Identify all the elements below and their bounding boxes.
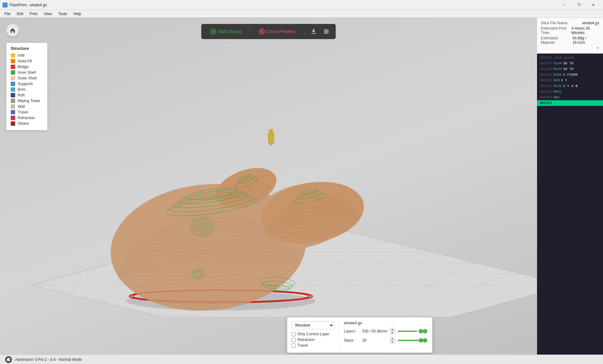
layers-stepper[interactable]: ▲ ▼ [390,328,395,334]
steps-up-button[interactable]: ▲ [390,337,395,340]
slice-file-name-value: whale4.gx [582,21,599,25]
gcode-line-5: 382350 G28 X Y [537,78,603,83]
settings-button[interactable] [321,26,332,37]
menu-edit[interactable]: Edit [14,11,27,17]
menu-view[interactable]: View [41,11,55,17]
infill-color [11,53,15,58]
steps-stepper[interactable]: ▲ ▼ [390,337,395,344]
viewport[interactable]: Start Slicing Close Preview [0,18,537,364]
print-time-label: Estimated Print Time: [541,26,571,35]
only-current-layer-label: Only Current Layer [298,332,329,336]
travel-checkbox-row: Travel [292,343,334,348]
restore-button[interactable]: ❐ [571,0,586,10]
legend-item-wiping-tower: Wiping Tower [11,99,43,103]
app-icon [3,3,8,8]
steps-label: Steps : [344,338,360,343]
home-button[interactable] [6,24,19,37]
layers-control-row: Layers : 330 / 65.96mm ▲ ▼ [344,328,427,334]
slice-info: Slice File Name: whale4.gx Estimated Pri… [537,18,603,54]
main-area: Start Slicing Close Preview [0,18,603,364]
gcode-line-7: 382352 M652 [537,89,603,95]
legend-item-solid-fill: Solid Fill [11,59,43,63]
window-controls: ─ ❐ ✕ [557,0,600,10]
filename-display: whale4.gx [344,321,427,325]
titlebar: FlashPrint - whale4.gx ─ ❐ ✕ [0,0,603,10]
printer-avatar [5,356,12,363]
travel-checkbox[interactable] [292,344,296,348]
steps-slider-thumb[interactable] [419,338,423,343]
gcode-line-2: 382347 M104 S0 T0 [537,61,603,66]
legend-item-travel: Travel [11,110,43,114]
svg-point-10 [327,31,328,32]
layers-down-button[interactable]: ▼ [390,331,395,334]
retraction-color [11,116,15,120]
minimize-button[interactable]: ─ [557,0,571,10]
menu-tools[interactable]: Tools [55,11,70,17]
bottom-control-panel: Structure Feature Speed Fan Speed Temper… [287,317,432,353]
layers-up-button[interactable]: ▲ [390,328,395,331]
svg-marker-1 [212,30,214,33]
bridge-color [11,65,15,69]
start-slicing-button[interactable]: Start Slicing [205,26,246,37]
slice-file-name-row: Slice File Name: whale4.gx [541,21,599,25]
printer-mode-label: Adventurer 3 Pro 2 - 0.4 - Normal Mode [15,357,82,362]
legend-panel: Structure Infill Solid Fill Bridge Inner… [6,43,47,130]
legend-item-retraction: Retraction [11,116,43,120]
retraction-checkbox[interactable] [292,338,296,342]
retraction-checkbox-row: Retraction [292,338,334,342]
structure-dropdown[interactable]: Structure Feature Speed Fan Speed Temper… [292,321,334,329]
steps-value: 29 [362,338,387,343]
layers-value: 330 / 65.96mm [362,329,387,333]
brim-color [11,87,15,92]
gcode-panel[interactable]: 382346 ;end gcode 382347 M104 S0 T0 3823… [537,54,603,356]
svg-rect-102 [270,143,272,145]
info-chevron-icon[interactable]: ▼ [596,46,599,50]
close-preview-button[interactable]: Close Preview [254,26,300,37]
gcode-line-4: 382349 G162 Z F1800 [537,72,603,78]
material-label: Estimated Material: [541,36,572,45]
travel-color [11,110,15,114]
whale-model [57,115,388,317]
legend-item-inner-shell: Inner Shell [11,70,43,75]
layers-slider-thumb[interactable] [419,329,423,333]
others-color [11,121,15,126]
travel-label: Travel [298,343,308,348]
legend-item-brim: Brim [11,87,43,92]
bottom-right-panel: whale4.gx Layers : 330 / 65.96mm ▲ ▼ Ste… [339,317,432,353]
window-title: FlashPrint - whale4.gx [9,3,557,7]
menu-file[interactable]: File [1,11,14,17]
supports-color [11,82,15,86]
estimated-print-time-row: Estimated Print Time: 4 Hours 26 Minutes [541,26,599,35]
steps-control-row: Steps : 29 ▲ ▼ [344,337,427,344]
download-button[interactable] [308,26,319,37]
layers-slider[interactable] [398,331,421,332]
layers-end-marker [423,329,427,333]
legend-item-bridge: Bridge [11,65,43,69]
svg-point-11 [325,32,326,34]
legend-item-infill: Infill [11,53,43,58]
gcode-line-6: 382351 M132 X Y A B [537,83,603,89]
toolbar-divider [250,27,250,36]
gcode-line-1: 382346 ;end gcode [537,55,603,61]
menu-print[interactable]: Print [27,11,41,17]
print-time-value: 4 Hours 26 Minutes [571,26,599,35]
estimated-material-row: Estimated Material: 54.89g / 18.41m [541,36,599,45]
menu-help[interactable]: Help [70,11,85,17]
right-panel: Slice File Name: whale4.gx Estimated Pri… [537,18,603,364]
wall-color [11,104,15,109]
bottom-left-panel: Structure Feature Speed Fan Speed Temper… [287,317,339,353]
solid-fill-color [11,59,15,63]
inner-shell-color [11,70,15,75]
close-button[interactable]: ✕ [586,0,600,10]
toolbar-divider-2 [304,27,304,36]
gcode-line-8: 382353 G91 [537,95,603,100]
steps-slider[interactable] [398,340,421,341]
wiping-tower-color [11,99,15,103]
outer-shell-color [11,76,15,80]
steps-down-button[interactable]: ▼ [390,340,395,344]
svg-rect-104 [8,358,9,359]
gcode-line-3: 382348 M140 S0 T0 [537,66,603,72]
svg-point-105 [9,359,10,360]
only-current-layer-checkbox[interactable] [292,332,296,336]
legend-item-raft: Raft [11,93,43,97]
